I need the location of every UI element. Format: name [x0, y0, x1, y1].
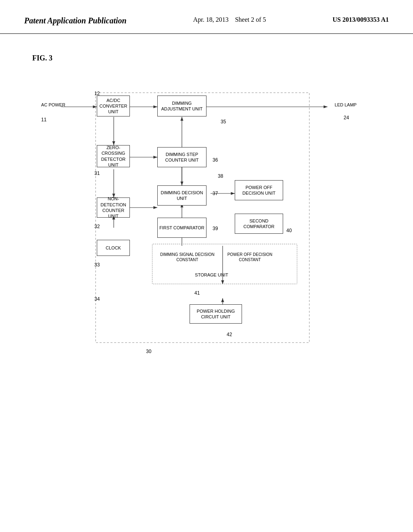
- non-detection-box: NON-DETECTION COUNTER UNIT: [97, 197, 130, 218]
- ref-42: 42: [227, 332, 232, 337]
- ref-34: 34: [94, 296, 100, 302]
- acdc-converter-box: AC/DC CONVERTER UNIT: [97, 96, 130, 116]
- power-off-decision-box: POWER OFF DECISION UNIT: [235, 180, 283, 200]
- led-lamp-label: LED LAMP: [332, 102, 360, 108]
- dimming-decision-box: DIMMING DECISION UNIT: [157, 185, 206, 206]
- power-holding-box: POWER HOLDING CIRCUIT UNIT: [190, 304, 242, 324]
- second-comparator-box: SECOND COMPARATOR: [235, 214, 283, 234]
- ref-31: 31: [94, 170, 100, 176]
- figure-area: FIG. 3: [0, 38, 413, 377]
- ref-36: 36: [213, 157, 218, 163]
- header-publication-type: Patent Application Publication: [24, 16, 127, 25]
- ac-power-label: AC POWER: [41, 102, 65, 108]
- ref-30: 30: [146, 349, 151, 354]
- ref-37: 37: [213, 191, 218, 196]
- ref-32: 32: [94, 224, 100, 229]
- ref-12: 12: [94, 91, 100, 96]
- page-header: Patent Application Publication Apr. 18, …: [0, 0, 413, 34]
- diagram: AC POWER AC/DC CONVERTER UNIT DIMMING AD…: [37, 71, 384, 361]
- storage-unit-label: STORAGE UNIT: [178, 272, 245, 278]
- ref-41: 41: [194, 290, 200, 296]
- dimming-step-box: DIMMING STEP COUNTER UNIT: [157, 147, 206, 167]
- ref-11: 11: [41, 117, 46, 123]
- ref-24: 24: [344, 115, 349, 121]
- ref-39: 39: [213, 226, 218, 231]
- first-comparator-box: FIRST COMPARATOR: [157, 218, 206, 238]
- dimming-adjustment-box: DIMMING ADJUSTMENT UNIT: [157, 96, 206, 116]
- figure-label: FIG. 3: [32, 54, 389, 62]
- dimming-signal-label: DIMMING SIGNAL DECISION CONSTANT: [158, 252, 217, 262]
- power-off-constant-label: POWER OFF DECISION CONSTANT: [221, 252, 279, 262]
- clock-box: CLOCK: [97, 240, 130, 256]
- ref-38: 38: [218, 173, 223, 179]
- header-date-sheet: Apr. 18, 2013 Sheet 2 of 5: [193, 16, 266, 23]
- ref-40: 40: [286, 228, 292, 233]
- ref-33: 33: [94, 262, 100, 268]
- storage-unit-outline: [152, 244, 297, 284]
- ref-35: 35: [221, 119, 226, 125]
- header-patent-number: US 2013/0093353 A1: [332, 16, 389, 23]
- zero-crossing-box: ZERO-CROSSING DETECTOR UNIT: [97, 145, 130, 167]
